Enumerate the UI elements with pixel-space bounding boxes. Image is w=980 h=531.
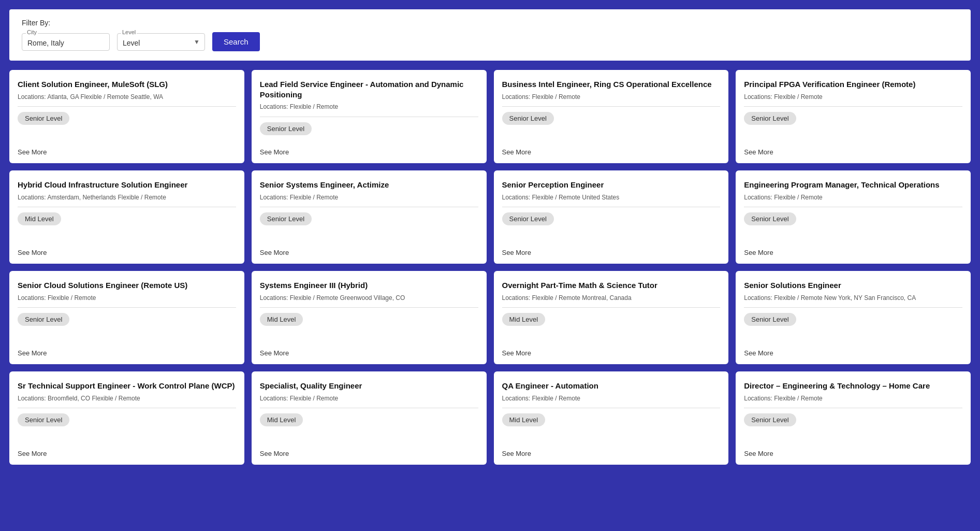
see-more-link[interactable]: See More <box>744 148 962 156</box>
job-title: Principal FPGA Verification Engineer (Re… <box>744 79 962 90</box>
job-location: Locations: Flexible / Remote <box>502 394 721 403</box>
city-label: City <box>26 29 38 35</box>
job-location: Locations: Flexible / Remote <box>744 193 962 202</box>
job-level-badge: Mid Level <box>18 212 61 225</box>
city-input[interactable] <box>22 33 110 51</box>
job-title: Director – Engineering & Technology – Ho… <box>744 381 962 391</box>
job-location: Locations: Flexible / Remote <box>18 294 236 303</box>
job-title: QA Engineer - Automation <box>502 381 721 391</box>
job-title: Overnight Part-Time Math & Science Tutor <box>502 280 721 291</box>
job-divider <box>18 207 236 207</box>
job-card: Senior Solutions Engineer Locations: Fle… <box>736 271 971 364</box>
job-location: Locations: Amsterdam, Netherlands Flexib… <box>18 193 236 202</box>
job-level-badge: Senior Level <box>502 212 554 225</box>
job-divider <box>260 307 478 308</box>
job-level-badge: Senior Level <box>260 212 312 225</box>
job-location: Locations: Flexible / Remote <box>260 193 478 202</box>
job-card: QA Engineer - Automation Locations: Flex… <box>494 371 729 465</box>
job-location: Locations: Flexible / Remote Greenwood V… <box>260 294 478 303</box>
see-more-link[interactable]: See More <box>260 349 478 357</box>
job-divider <box>502 106 721 107</box>
see-more-link[interactable]: See More <box>502 450 721 457</box>
job-location: Locations: Flexible / Remote <box>744 394 962 403</box>
job-divider <box>18 106 236 107</box>
job-title: Lead Field Service Engineer - Automation… <box>260 79 478 99</box>
job-title: Senior Solutions Engineer <box>744 280 962 291</box>
job-level-badge: Senior Level <box>260 122 312 135</box>
job-location: Locations: Flexible / Remote United Stat… <box>502 193 721 202</box>
job-level-badge: Senior Level <box>744 313 796 326</box>
job-title: Hybrid Cloud Infrastructure Solution Eng… <box>18 180 236 190</box>
see-more-link[interactable]: See More <box>502 249 721 256</box>
see-more-link[interactable]: See More <box>502 148 721 156</box>
job-level-badge: Mid Level <box>502 313 546 326</box>
job-location: Locations: Broomfield, CO Flexible / Rem… <box>18 394 236 403</box>
see-more-link[interactable]: See More <box>744 450 962 457</box>
job-divider <box>260 408 478 408</box>
job-title: Specialist, Quality Engineer <box>260 381 478 391</box>
job-divider <box>260 207 478 207</box>
job-divider <box>18 408 236 408</box>
job-level-badge: Senior Level <box>744 112 796 125</box>
level-select-wrapper: Level Level Entry Level Mid Level Senior… <box>117 33 205 51</box>
job-level-badge: Mid Level <box>260 313 303 326</box>
see-more-link[interactable]: See More <box>260 249 478 256</box>
job-level-badge: Senior Level <box>18 112 69 125</box>
job-location: Locations: Atlanta, GA Flexible / Remote… <box>18 93 236 102</box>
job-title: Senior Systems Engineer, Actimize <box>260 180 478 190</box>
job-card: Hybrid Cloud Infrastructure Solution Eng… <box>9 170 244 264</box>
job-level-badge: Senior Level <box>18 413 69 426</box>
see-more-link[interactable]: See More <box>502 349 721 357</box>
job-card: Business Intel Engineer, Ring CS Operati… <box>494 70 729 163</box>
see-more-link[interactable]: See More <box>260 148 478 156</box>
job-title: Engineering Program Manager, Technical O… <box>744 180 962 190</box>
job-divider <box>502 307 721 308</box>
job-card: Senior Cloud Solutions Engineer (Remote … <box>9 271 244 364</box>
job-card: Client Solution Engineer, MuleSoft (SLG)… <box>9 70 244 163</box>
job-card: Specialist, Quality Engineer Locations: … <box>252 371 487 465</box>
filter-label: Filter By: <box>22 19 958 27</box>
job-card: Director – Engineering & Technology – Ho… <box>736 371 971 465</box>
level-label: Level <box>121 29 137 35</box>
job-level-badge: Senior Level <box>744 212 796 225</box>
job-level-badge: Mid Level <box>502 413 546 426</box>
job-divider <box>260 117 478 117</box>
job-divider <box>502 207 721 207</box>
job-card: Principal FPGA Verification Engineer (Re… <box>736 70 971 163</box>
see-more-link[interactable]: See More <box>18 148 236 156</box>
job-divider <box>744 408 962 408</box>
job-title: Business Intel Engineer, Ring CS Operati… <box>502 79 721 90</box>
job-card: Engineering Program Manager, Technical O… <box>736 170 971 264</box>
job-title: Client Solution Engineer, MuleSoft (SLG) <box>18 79 236 90</box>
job-location: Locations: Flexible / Remote New York, N… <box>744 294 962 303</box>
job-location: Locations: Flexible / Remote <box>502 93 721 102</box>
job-title: Senior Cloud Solutions Engineer (Remote … <box>18 280 236 291</box>
see-more-link[interactable]: See More <box>260 450 478 457</box>
see-more-link[interactable]: See More <box>18 450 236 457</box>
job-card: Senior Perception Engineer Locations: Fl… <box>494 170 729 264</box>
job-title: Sr Technical Support Engineer - Work Con… <box>18 381 236 391</box>
job-card: Sr Technical Support Engineer - Work Con… <box>9 371 244 465</box>
job-divider <box>744 106 962 107</box>
search-button[interactable]: Search <box>212 32 260 51</box>
see-more-link[interactable]: See More <box>744 349 962 357</box>
filter-bar: Filter By: City Level Level Entry Level … <box>9 9 971 61</box>
city-input-wrapper: City <box>22 33 110 51</box>
level-select[interactable]: Level Entry Level Mid Level Senior Level <box>117 33 205 51</box>
see-more-link[interactable]: See More <box>18 349 236 357</box>
job-divider <box>502 408 721 408</box>
job-level-badge: Senior Level <box>502 112 554 125</box>
job-level-badge: Mid Level <box>260 413 303 426</box>
job-location: Locations: Flexible / Remote Montreal, C… <box>502 294 721 303</box>
see-more-link[interactable]: See More <box>744 249 962 256</box>
job-level-badge: Senior Level <box>18 313 69 326</box>
job-divider <box>744 307 962 308</box>
job-location: Locations: Flexible / Remote <box>744 93 962 102</box>
job-divider <box>744 207 962 207</box>
job-title: Systems Engineer III (Hybrid) <box>260 280 478 291</box>
see-more-link[interactable]: See More <box>18 249 236 256</box>
filter-controls: City Level Level Entry Level Mid Level S… <box>22 32 958 51</box>
job-card: Systems Engineer III (Hybrid) Locations:… <box>252 271 487 364</box>
job-location: Locations: Flexible / Remote <box>260 394 478 403</box>
job-card: Overnight Part-Time Math & Science Tutor… <box>494 271 729 364</box>
